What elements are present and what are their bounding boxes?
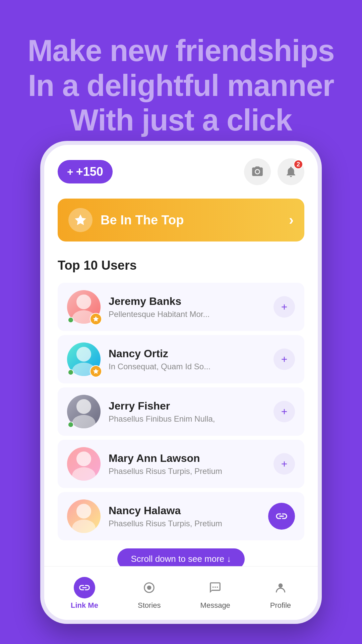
hero-line3: With just a click	[70, 103, 292, 137]
user-bio: Phasellus Risus Turpis, Pretium	[109, 519, 260, 528]
user-list: Jeremy Banks Pellentesque Habitant Mor..…	[58, 283, 304, 540]
link-icon	[275, 509, 288, 523]
user-bio: Phasellus Risus Turpis, Pretium	[109, 467, 265, 476]
banner-label: Be In The Top	[101, 213, 184, 227]
user-bio: Phasellus Finibus Enim Nulla,	[109, 414, 265, 424]
person-silhouette	[67, 499, 101, 533]
nav-label-message: Message	[200, 601, 230, 610]
nav-item-linkme[interactable]: Link Me	[71, 577, 98, 610]
svg-point-15	[279, 583, 283, 588]
hero-section: Make new friendships In a delightful man…	[0, 20, 362, 151]
add-button[interactable]: +	[274, 401, 295, 422]
svg-point-7	[72, 467, 96, 481]
svg-point-12	[213, 586, 214, 588]
phone-mockup: + +150 2	[40, 141, 322, 624]
camera-icon	[251, 165, 264, 178]
banner-arrow-icon: ›	[289, 212, 294, 228]
person-silhouette	[67, 447, 101, 481]
points-value: +150	[76, 165, 103, 179]
online-indicator	[68, 369, 74, 375]
avatar-image	[67, 499, 101, 533]
medal-icon	[90, 365, 102, 377]
scroll-more-text: Scroll down to see more ↓	[131, 554, 231, 564]
stories-icon	[138, 577, 160, 598]
nav-item-stories[interactable]: Stories	[138, 577, 161, 610]
header-icons: 2	[244, 158, 304, 185]
svg-point-0	[76, 294, 91, 309]
bottom-navigation: Link Me Stories	[44, 566, 318, 620]
notification-count: 2	[294, 160, 303, 169]
star-icon	[74, 213, 87, 227]
table-row: Jeremy Banks Pellentesque Habitant Mor..…	[58, 283, 304, 331]
user-name: Nancy Ortiz	[109, 347, 265, 360]
link-button[interactable]	[268, 503, 295, 530]
user-bio: In Consequat, Quam Id So...	[109, 362, 265, 371]
user-bio: Pellentesque Habitant Mor...	[109, 310, 265, 319]
online-indicator	[68, 317, 74, 323]
points-badge[interactable]: + +150	[58, 160, 113, 183]
avatar	[67, 290, 101, 324]
user-info: Nancy Halawa Phasellus Risus Turpis, Pre…	[109, 504, 260, 528]
svg-point-8	[76, 504, 91, 519]
banner-star-icon	[68, 208, 93, 232]
add-button[interactable]: +	[274, 348, 295, 370]
scroll-more-button[interactable]: Scroll down to see more ↓	[117, 548, 244, 566]
avatar	[67, 447, 101, 481]
app-header: + +150 2	[58, 158, 304, 185]
user-name: Jeremy Banks	[109, 295, 265, 308]
top-banner[interactable]: Be In The Top ›	[58, 199, 304, 241]
user-info: Jeremy Banks Pellentesque Habitant Mor..…	[109, 295, 265, 319]
banner-left: Be In The Top	[68, 208, 184, 232]
section-title: Top 10 Users	[58, 258, 304, 273]
avatar-image	[67, 447, 101, 481]
avatar	[67, 342, 101, 376]
table-row: Mary Ann Lawson Phasellus Risus Turpis, …	[58, 440, 304, 488]
scroll-more-section: Scroll down to see more ↓	[58, 548, 304, 566]
hero-line1: Make new friendships	[27, 34, 334, 67]
nav-item-message[interactable]: Message	[200, 577, 230, 610]
points-plus-icon: +	[67, 166, 73, 178]
user-name: Mary Ann Lawson	[109, 452, 265, 465]
avatar	[67, 499, 101, 533]
user-name: Jerry Fisher	[109, 400, 265, 412]
table-row: Nancy Halawa Phasellus Risus Turpis, Pre…	[58, 492, 304, 540]
user-info: Jerry Fisher Phasellus Finibus Enim Null…	[109, 400, 265, 424]
svg-point-11	[147, 585, 152, 590]
svg-point-4	[76, 399, 91, 414]
svg-point-5	[72, 415, 96, 428]
table-row: Jerry Fisher Phasellus Finibus Enim Null…	[58, 387, 304, 436]
svg-point-2	[76, 347, 91, 362]
user-info: Mary Ann Lawson Phasellus Risus Turpis, …	[109, 452, 265, 476]
svg-point-14	[217, 586, 218, 588]
nav-label-linkme: Link Me	[71, 601, 98, 610]
profile-icon	[270, 577, 291, 598]
message-icon	[204, 577, 226, 598]
notification-button[interactable]: 2	[278, 158, 304, 185]
user-info: Nancy Ortiz In Consequat, Quam Id So...	[109, 347, 265, 371]
link-me-icon	[74, 577, 95, 598]
svg-point-9	[72, 520, 96, 533]
nav-label-profile: Profile	[270, 601, 291, 610]
svg-point-13	[215, 586, 216, 588]
hero-line2: In a delightful manner	[28, 69, 334, 102]
svg-point-6	[76, 451, 91, 466]
user-name: Nancy Halawa	[109, 504, 260, 517]
nav-label-stories: Stories	[138, 601, 161, 610]
medal-icon	[90, 313, 102, 325]
add-button[interactable]: +	[274, 453, 295, 475]
online-indicator	[68, 422, 74, 428]
nav-item-profile[interactable]: Profile	[270, 577, 291, 610]
avatar	[67, 395, 101, 428]
camera-button[interactable]	[244, 158, 271, 185]
table-row: Nancy Ortiz In Consequat, Quam Id So... …	[58, 335, 304, 383]
add-button[interactable]: +	[274, 296, 295, 318]
phone-screen: + +150 2	[44, 145, 318, 620]
